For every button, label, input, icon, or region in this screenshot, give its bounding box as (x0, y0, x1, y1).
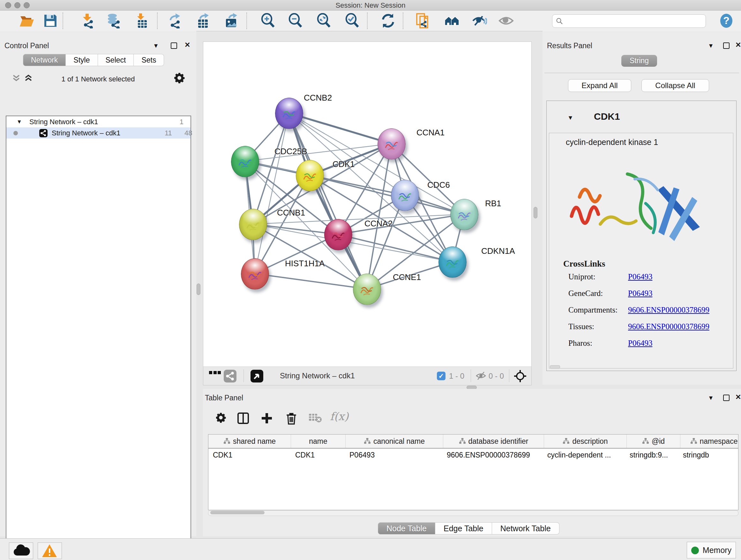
close-panel-icon[interactable]: ✕ (735, 393, 741, 401)
export-image-icon[interactable] (224, 13, 239, 28)
import-network-from-database-icon[interactable] (106, 13, 121, 28)
copy-network-icon[interactable] (415, 13, 431, 28)
network-canvas[interactable]: CCNB2CCNA1CDC25BCDK1CDC6RB1CCNB1CCNA2CDK… (203, 42, 532, 367)
column-header-description[interactable]: description (544, 435, 627, 448)
column-header-namespace[interactable]: namespace (680, 435, 738, 448)
import-network-icon[interactable] (80, 13, 95, 28)
network-node-cdc6[interactable] (391, 180, 419, 211)
zoom-fit-icon[interactable] (316, 13, 332, 28)
table-cell[interactable]: 9606.ENSP00000378699 (442, 449, 543, 461)
table-options-gear-icon[interactable] (215, 412, 226, 425)
crosshair-icon[interactable] (514, 369, 527, 384)
expand-all-button[interactable]: Expand All (568, 79, 631, 92)
network-options-gear-icon[interactable] (173, 72, 185, 85)
network-node-cdk1[interactable] (296, 160, 324, 191)
network-collection-row[interactable]: ▼ String Network – cdk1 1 (6, 116, 191, 127)
tab-network[interactable]: Network (23, 54, 66, 66)
collapse-all-button[interactable]: Collapse All (642, 79, 709, 92)
table-cell[interactable]: P06493 (345, 449, 442, 461)
zoom-out-icon[interactable] (288, 13, 303, 28)
hidden-eye-icon[interactable] (475, 371, 487, 382)
delete-column-icon[interactable] (285, 412, 297, 426)
hide-selected-icon[interactable] (472, 13, 487, 28)
float-panel-icon[interactable] (171, 43, 177, 49)
tab-edge-table[interactable]: Edge Table (435, 522, 492, 535)
tab-sets[interactable]: Sets (134, 54, 164, 66)
network-node-ccna2[interactable] (324, 219, 352, 250)
panel-menu-icon[interactable]: ▾ (154, 42, 158, 50)
node-label-ccnb2: CCNB2 (304, 93, 332, 103)
selected-checkbox-icon[interactable]: ✓ (437, 372, 446, 380)
zoom-selected-icon[interactable] (345, 13, 360, 28)
show-all-icon[interactable] (498, 13, 514, 28)
tab-node-table[interactable]: Node Table (378, 522, 435, 535)
warnings-button[interactable] (38, 543, 62, 559)
birds-eye-view-icon[interactable] (251, 370, 263, 382)
protein-structure-image (562, 159, 712, 265)
tab-string[interactable]: String (621, 55, 657, 67)
add-column-icon[interactable] (260, 412, 273, 426)
zoom-in-icon[interactable] (260, 13, 276, 28)
crosslink-link[interactable]: P06493 (628, 289, 652, 298)
table-horizontal-scrollbar[interactable] (208, 510, 738, 516)
network-node-rb1[interactable] (450, 199, 478, 230)
left-splitter-handle[interactable] (197, 284, 200, 295)
column-header-canonical-name[interactable]: canonical name (346, 435, 443, 448)
crosslink-link[interactable]: 9606.ENSP00000378699 (628, 322, 710, 331)
memory-label: Memory (703, 546, 731, 555)
table-cell[interactable]: cyclin-dependent ... (543, 449, 625, 461)
tab-select[interactable]: Select (98, 54, 134, 66)
network-node-cdkn1a[interactable] (439, 246, 467, 278)
tab-style[interactable]: Style (66, 54, 98, 66)
network-row-selected[interactable]: String Network – cdk1 11 48 (6, 127, 191, 138)
network-node-ccne1[interactable] (353, 273, 381, 305)
save-session-icon[interactable] (43, 13, 58, 28)
node-table[interactable]: shared namenamecanonical namedatabase id… (208, 434, 738, 510)
float-panel-icon[interactable] (723, 395, 730, 401)
crosslink-link[interactable]: 9606.ENSP00000378699 (628, 306, 710, 314)
toolbar-separator (509, 369, 509, 382)
open-session-icon[interactable] (19, 13, 35, 28)
network-node-hist1h1a[interactable] (241, 258, 269, 290)
memory-button[interactable]: Memory (687, 542, 736, 558)
tab-network-table[interactable]: Network Table (492, 522, 559, 535)
table-cell[interactable]: stringdb:9... (625, 449, 678, 461)
section-expander-icon[interactable]: ▼ (567, 114, 574, 121)
table-cell[interactable]: CDK1 (208, 449, 291, 461)
table-row[interactable]: CDK1CDK1P064939606.ENSP00000378699cyclin… (208, 449, 738, 461)
results-scrollbar-thumb[interactable] (550, 365, 560, 369)
table-cell[interactable]: CDK1 (291, 449, 345, 461)
export-network-icon[interactable] (167, 13, 183, 28)
network-share-icon[interactable] (224, 370, 237, 382)
crosslink-label: Pharos: (568, 339, 592, 348)
network-node-ccnb1[interactable] (239, 209, 267, 240)
search-input[interactable] (566, 16, 702, 26)
neighborhood-houses-icon[interactable] (444, 13, 460, 28)
show-columns-icon[interactable] (237, 412, 250, 426)
refresh-icon[interactable] (381, 13, 396, 28)
column-header-name[interactable]: name (291, 435, 346, 448)
import-table-icon[interactable] (134, 13, 149, 28)
scrollbar-thumb[interactable] (210, 511, 265, 514)
panel-menu-icon[interactable]: ▾ (709, 42, 713, 50)
collection-expander-icon[interactable]: ▼ (17, 116, 22, 127)
right-splitter-handle[interactable] (534, 207, 537, 219)
table-cell[interactable]: stringdb (678, 449, 738, 461)
network-node-ccnb2[interactable] (275, 98, 303, 129)
network-node-ccna1[interactable] (378, 128, 406, 160)
help-icon[interactable]: ? (719, 13, 734, 28)
crosslink-link[interactable]: P06493 (628, 339, 652, 348)
column-header--id[interactable]: @id (627, 435, 680, 448)
export-table-icon[interactable] (196, 13, 211, 28)
close-panel-icon[interactable]: ✕ (735, 41, 741, 49)
float-panel-icon[interactable] (723, 43, 730, 49)
column-header-database-identifier[interactable]: database identifier (443, 435, 544, 448)
grid-view-icon[interactable] (209, 371, 221, 376)
cloud-tasks-button[interactable] (9, 543, 33, 559)
search-field[interactable] (552, 14, 706, 28)
crosslink-link[interactable]: P06493 (628, 272, 652, 281)
panel-menu-icon[interactable]: ▾ (709, 394, 713, 402)
column-header-shared-name[interactable]: shared name (208, 435, 291, 448)
network-node-cdc25b[interactable] (231, 146, 259, 177)
close-panel-icon[interactable]: ✕ (185, 41, 190, 49)
